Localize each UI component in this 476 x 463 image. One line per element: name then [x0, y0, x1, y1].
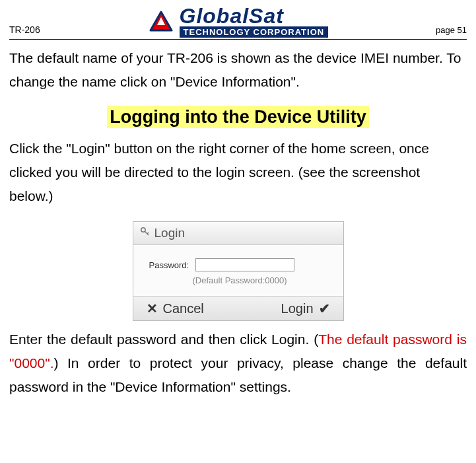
- logo-area: GlobalSat TECHNOLOGY CORPORATION: [148, 5, 329, 38]
- svg-point-0: [141, 228, 145, 232]
- logo-brand-text: GlobalSat: [180, 5, 329, 26]
- password-label: Password:: [149, 260, 189, 270]
- login-footer: ✕ Cancel Login ✔: [133, 296, 343, 320]
- login-titlebar: Login: [133, 222, 343, 245]
- final-pre: Enter the default password and then clic…: [9, 332, 318, 347]
- document-page: TR-206 GlobalSat TECHNOLOGY CORPORATION …: [0, 0, 476, 426]
- cancel-button[interactable]: ✕ Cancel: [147, 301, 204, 316]
- login-screenshot: Login Password: (Default Password:0000) …: [133, 221, 344, 321]
- login-title-text: Login: [154, 226, 186, 240]
- password-hint: (Default Password:0000): [149, 275, 327, 285]
- close-icon: ✕: [147, 301, 158, 316]
- logo-sub-text: TECHNOLOGY CORPORATION: [180, 26, 329, 38]
- doc-id: TR-206: [9, 24, 40, 38]
- page-number: page 51: [436, 25, 467, 38]
- login-button[interactable]: Login ✔: [281, 301, 330, 316]
- section-title: Logging into the Device Utility: [107, 106, 369, 128]
- svg-line-2: [147, 232, 149, 234]
- globalsat-logo-icon: [148, 9, 176, 34]
- logo-text-stack: GlobalSat TECHNOLOGY CORPORATION: [180, 5, 329, 38]
- intro-paragraph: The default name of your TR-206 is shown…: [9, 46, 467, 93]
- final-paragraph: Enter the default password and then clic…: [9, 328, 467, 398]
- cancel-label: Cancel: [163, 301, 204, 316]
- section-title-wrap: Logging into the Device Utility: [9, 107, 467, 127]
- password-row: Password:: [149, 258, 327, 271]
- login-label: Login: [281, 301, 314, 316]
- page-header: TR-206 GlobalSat TECHNOLOGY CORPORATION …: [9, 5, 467, 40]
- password-input[interactable]: [195, 258, 294, 271]
- login-instruction-paragraph: Click the "Login" button on the right co…: [9, 137, 467, 207]
- check-icon: ✔: [319, 301, 330, 316]
- key-icon: [140, 226, 151, 240]
- final-post: ) In order to protect your privacy, plea…: [9, 355, 467, 394]
- login-body: Password: (Default Password:0000): [133, 245, 343, 296]
